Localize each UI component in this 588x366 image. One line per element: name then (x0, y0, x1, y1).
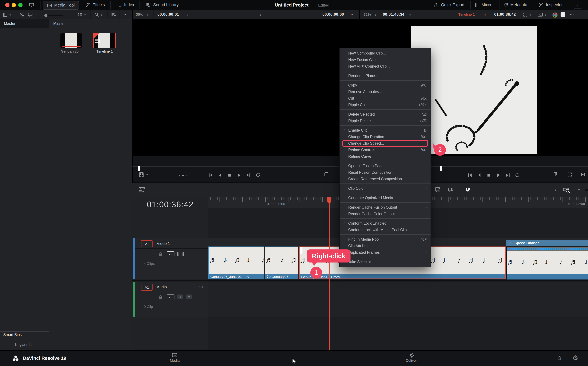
play-button[interactable] (495, 172, 501, 178)
source-scrub-bar[interactable] (132, 166, 359, 167)
menu-item-new-fusion-clip[interactable]: New Fusion Clip... (340, 56, 431, 63)
menu-item-reset-fusion-composition[interactable]: Reset Fusion Composition... (340, 169, 431, 176)
menu-item-find-in-media-pool[interactable]: Find In Media Pool⌥F (340, 236, 431, 243)
stop-button[interactable] (486, 172, 492, 178)
timeline-zoom-level[interactable]: 72% (364, 12, 371, 16)
menu-item-new-vfx-connect-clip[interactable]: New VFX Connect Clip... (340, 63, 431, 69)
zoom-ruler-icon[interactable] (563, 187, 571, 193)
chevron-down-icon[interactable]: ▾ (147, 13, 148, 17)
close-icon[interactable]: ✕ (509, 241, 512, 245)
menu-item-remove-attributes[interactable]: Remove Attributes... (340, 89, 431, 95)
menu-item-open-in-fusion-page[interactable]: Open in Fusion Page (340, 163, 431, 169)
sidebar-item-keywords[interactable]: Keywords (15, 343, 31, 347)
menu-item-render-cache-color-output[interactable]: Render Cache Color Output (340, 211, 431, 217)
snapping-magnet-icon-active[interactable] (464, 186, 471, 193)
skip-forward-button[interactable] (246, 172, 251, 178)
audio-track-badge[interactable]: A1 (141, 284, 153, 290)
match-frame-icon[interactable] (323, 172, 329, 177)
auto-select-toggle[interactable]: ‹› (167, 252, 174, 257)
mixer-button[interactable]: Mixer (474, 1, 491, 9)
source-zoom-level[interactable]: 36% (136, 12, 143, 16)
timeline-name-dropdown[interactable]: Timeline 1 (458, 12, 475, 16)
metadata-button[interactable]: Metadata (503, 1, 527, 9)
chevron-down-icon[interactable]: ▾ (375, 13, 376, 17)
next-marker-icon[interactable] (580, 172, 586, 177)
solo-button[interactable]: S (177, 295, 183, 299)
bin-tree-master[interactable]: Master (0, 19, 49, 28)
more-options-icon[interactable]: ⋯ (350, 12, 355, 17)
skip-forward-button[interactable] (505, 172, 511, 178)
menu-item-change-clip-duration[interactable]: Change Clip Duration...⌘D (340, 134, 431, 140)
menu-item-generate-optimized-media[interactable]: Generate Optimized Media (340, 195, 431, 201)
menu-item-conform-lock-with-media-pool-clip[interactable]: Conform Lock with Media Pool Clip (340, 227, 431, 233)
loop-button[interactable] (514, 172, 520, 178)
source-playhead-marker[interactable] (138, 166, 140, 171)
lock-icon[interactable] (158, 295, 163, 300)
menu-item-new-compound-clip[interactable]: New Compound Clip... (340, 50, 431, 56)
trim-handle[interactable] (300, 247, 302, 254)
video-track-name[interactable]: Video 1 (157, 241, 170, 246)
tab-media-pool[interactable]: Media Pool (43, 1, 79, 10)
source-viewer-video-area[interactable] (132, 19, 359, 156)
menu-item-duplicated-frames[interactable]: Duplicated Frames› (340, 249, 431, 256)
window-close-button[interactable] (5, 3, 9, 7)
audio-track-lane[interactable] (208, 282, 588, 317)
home-icon[interactable]: ⌂ (557, 354, 561, 361)
menu-item-cut[interactable]: Cut⌘X (340, 95, 431, 101)
thumb-size-slider-knob[interactable] (44, 14, 47, 17)
presentation-icon[interactable] (29, 2, 34, 8)
quick-export-button[interactable]: Quick Export (434, 1, 464, 9)
media-clip-thumbnail[interactable] (61, 33, 82, 48)
timeline-view-options-icon[interactable] (138, 187, 145, 193)
menu-item-conform-lock-enabled[interactable]: ✓Conform Lock Enabled (340, 220, 431, 227)
marker-bubble-icon[interactable] (27, 12, 33, 17)
menu-item-create-referenced-composition[interactable]: Create Referenced Composition (340, 176, 431, 182)
search-icon[interactable] (94, 12, 99, 17)
lock-icon[interactable] (158, 252, 163, 257)
chevron-down-icon[interactable]: ▾ (101, 13, 102, 17)
timeline-clip-1[interactable]: ♬ ♪ ♫ ♩ ♪ ♬ ♩ ♫ ♬ ♪ ♫ ♩ ♪ ♬ ♩ ♫ ♬ ♪ ♫ ♩ … (209, 246, 264, 279)
timeline-name[interactable]: Timeline 1 (85, 49, 124, 53)
timeline-clip-2[interactable]: ♬ ♪ ♫ ♩ ♪ ♬ ♩ ♫ ♬ ♪ ♫ ♩ ♪ ♬ ♩ ♫ ♬ ♪ ♫ ♩ … (265, 246, 298, 279)
grid-view-icon[interactable] (78, 12, 83, 17)
proxy-quality-icon[interactable] (537, 12, 544, 17)
tab-effects[interactable]: Effects (81, 1, 109, 9)
timeline-playhead-line[interactable] (329, 197, 330, 350)
settings-gear-icon[interactable]: ⚙ (572, 354, 578, 362)
thumb-size-slider[interactable] (48, 15, 63, 16)
menu-item-delete-selected[interactable]: Delete Selected⌫ (340, 111, 431, 118)
tab-sound-library[interactable]: Sound Library (142, 1, 183, 9)
menu-item-ripple-delete[interactable]: Ripple Delete⇧⌫ (340, 118, 431, 124)
chevron-down-icon[interactable]: ▾ (84, 13, 86, 17)
menu-item-retime-controls[interactable]: Retime Controls⌘R (340, 147, 431, 153)
window-zoom-button[interactable] (18, 3, 23, 7)
expand-viewer-icon[interactable] (567, 172, 573, 177)
chevron-down-icon[interactable]: ▾ (545, 13, 546, 17)
menu-item-render-cache-fusion-output[interactable]: Render Cache Fusion Output› (340, 204, 431, 211)
page-tab-deliver[interactable]: Deliver (406, 352, 417, 362)
color-wheels-icon[interactable] (552, 12, 558, 18)
menu-item-clip-color[interactable]: Clip Color› (340, 185, 431, 192)
loop-button[interactable] (255, 172, 261, 178)
source-clip-dropdown[interactable]: ▾ (260, 13, 261, 17)
mute-button[interactable]: M (186, 295, 192, 299)
filmstrip-icon[interactable] (177, 252, 184, 257)
menu-item-enable-clip[interactable]: ✓Enable ClipD (340, 127, 431, 134)
skip-back-button[interactable] (208, 172, 213, 178)
more-options-icon[interactable]: ⋯ (124, 12, 128, 17)
menu-item-ripple-cut[interactable]: Ripple Cut⇧⌘X (340, 101, 431, 108)
tab-index[interactable]: Index (113, 1, 138, 9)
inspector-button[interactable]: Inspector (539, 1, 563, 9)
menu-item-change-clip-speed[interactable]: Change Clip Speed... (342, 140, 428, 147)
play-button[interactable] (236, 172, 242, 178)
zoom-out-button[interactable]: − (578, 187, 580, 192)
chevron-down-icon[interactable]: ▾ (9, 13, 11, 17)
menu-item-clip-attributes[interactable]: Clip Attributes... (340, 243, 431, 249)
timeline-clip-4-speed-change[interactable]: ▶▶▶▶▶▶▶▶▶▶▶▶▶▶▶▶▶▶▶▶▶▶▶▶▶▶▶▶▶▶▶▶▶▶▶▶▶▶▶▶… (506, 246, 588, 279)
panel-toggle-icon[interactable] (3, 12, 8, 17)
skip-back-button[interactable] (467, 172, 473, 178)
page-tab-media[interactable]: Media (170, 352, 180, 362)
viewer-mode-icon[interactable] (139, 172, 144, 178)
timeline-playhead-head[interactable] (327, 197, 332, 205)
jog-control[interactable]: ‹●› (179, 173, 188, 178)
